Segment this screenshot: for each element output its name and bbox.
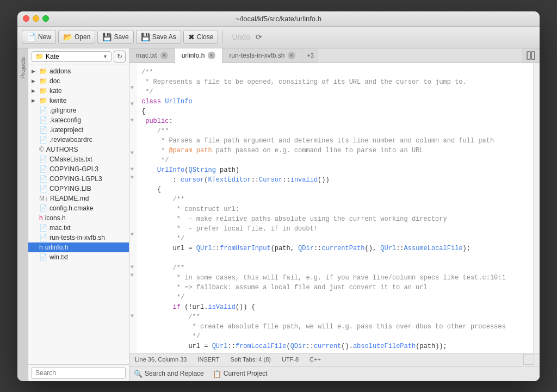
project-icon: 📋 bbox=[213, 370, 221, 378]
tab-label: mac.txt bbox=[136, 52, 157, 59]
search-replace-item[interactable]: 🔍 Search and Replace bbox=[134, 370, 204, 378]
file-icon: 📄 bbox=[39, 175, 47, 183]
tree-item-doc[interactable]: ▶ 📁 doc bbox=[28, 76, 129, 86]
project-name: Kate bbox=[46, 53, 59, 60]
item-label: AUTHORS bbox=[46, 146, 78, 153]
toggle-icon: ▶ bbox=[32, 108, 39, 113]
save-button[interactable]: 💾 Save bbox=[97, 30, 133, 44]
sidebar-tab[interactable]: Projects bbox=[17, 48, 28, 381]
undo-button[interactable]: Undo bbox=[230, 32, 252, 42]
tree-item-copying-lib[interactable]: ▶ 📄 COPYING.LIB bbox=[28, 184, 129, 194]
close-button[interactable]: ✖ Close bbox=[183, 30, 219, 44]
item-label: .gitignore bbox=[49, 107, 76, 114]
status-bar: Line 36, Column 33 INSERT Soft Tabs: 4 (… bbox=[129, 353, 540, 366]
tree-item-mac-txt[interactable]: ▶ 📄 mac.txt bbox=[28, 223, 129, 233]
tree-item-win-txt[interactable]: ▶ 📄 win.txt bbox=[28, 252, 129, 262]
item-label: icons.h bbox=[45, 214, 66, 222]
save-as-button[interactable]: 💾 Save As bbox=[136, 30, 181, 44]
tab-close-urlinfo-h[interactable]: ✕ bbox=[208, 52, 215, 59]
tree-item-reviewboardrc[interactable]: ▶ 📄 .reviewboardrc bbox=[28, 135, 129, 145]
toggle-icon: ▶ bbox=[32, 196, 39, 201]
save-label: Save bbox=[114, 33, 128, 41]
tree-item-kate[interactable]: ▶ 📁 kate bbox=[28, 86, 129, 96]
tree-item-icons-h[interactable]: ▶ h icons.h bbox=[28, 213, 129, 223]
traffic-lights bbox=[23, 15, 49, 22]
item-label: kate bbox=[49, 87, 62, 95]
search-bar bbox=[28, 364, 129, 381]
minimize-window-button[interactable] bbox=[33, 15, 39, 22]
save-icon: 💾 bbox=[102, 33, 112, 41]
tree-item-addons[interactable]: ▶ 📁 addons bbox=[28, 66, 129, 76]
tree-item-config-cmake[interactable]: ▶ 📄 config.h.cmake bbox=[28, 203, 129, 213]
redo-button[interactable]: ⟳ bbox=[253, 32, 264, 42]
main-area: Projects 📁 Kate ▼ ↻ ▶ 📁 addons bbox=[17, 48, 540, 381]
edit-mode: INSERT bbox=[197, 356, 219, 363]
item-label: doc bbox=[49, 77, 60, 85]
file-icon: M↓ bbox=[39, 195, 48, 202]
refresh-button[interactable]: ↻ bbox=[114, 51, 126, 63]
item-label: COPYING-GPL3 bbox=[49, 165, 98, 173]
projects-tab-label[interactable]: Projects bbox=[18, 53, 27, 83]
open-label: Open bbox=[75, 33, 90, 41]
toggle-icon: ▶ bbox=[32, 225, 39, 231]
item-label: run-tests-in-xvfb.sh bbox=[49, 234, 105, 241]
refresh-icon: ↻ bbox=[117, 53, 122, 60]
folder-icon: 📁 bbox=[35, 53, 44, 60]
file-icon: 📄 bbox=[39, 155, 47, 163]
tabs-more-button[interactable]: +3 bbox=[302, 48, 318, 63]
bottom-bar: 🔍 Search and Replace 📋 Current Project bbox=[129, 366, 540, 381]
item-label: CMakeLists.txt bbox=[49, 155, 92, 163]
close-window-button[interactable] bbox=[23, 15, 29, 22]
file-icon: 📄 bbox=[39, 116, 47, 124]
search-input[interactable] bbox=[32, 367, 126, 379]
tab-run-tests[interactable]: run-tests-in-xvfb.sh ✕ bbox=[222, 48, 302, 63]
item-label: .kateconfig bbox=[49, 116, 81, 124]
tree-item-authors[interactable]: ▶ © AUTHORS bbox=[28, 145, 129, 154]
file-icon: 📄 bbox=[39, 253, 47, 261]
toggle-icon: ▶ bbox=[32, 157, 39, 162]
language: C++ bbox=[310, 356, 321, 363]
toolbar-separator bbox=[222, 30, 223, 43]
current-project-item[interactable]: 📋 Current Project bbox=[213, 370, 268, 378]
new-button[interactable]: 📄 New bbox=[22, 30, 56, 44]
toggle-icon: ▶ bbox=[32, 137, 39, 142]
tree-item-copying-gpl3[interactable]: ▶ 📄 COPYING-GPL3 bbox=[28, 164, 129, 174]
file-icon: 📄 bbox=[39, 185, 47, 192]
maximize-window-button[interactable] bbox=[42, 15, 49, 22]
tab-mac-txt[interactable]: mac.txt ✕ bbox=[129, 48, 175, 63]
toggle-icon: ▶ bbox=[32, 98, 39, 103]
tab-close-mac-txt[interactable]: ✕ bbox=[160, 52, 168, 59]
toggle-icon: ▶ bbox=[32, 254, 39, 260]
tree-item-urlinfo-h[interactable]: ▶ h urlinfo.h bbox=[28, 242, 129, 252]
item-label: COPYING-LGPL3 bbox=[49, 175, 102, 183]
code-content[interactable]: /** * Represents a file to be opened, co… bbox=[137, 63, 533, 353]
split-icon bbox=[527, 51, 535, 60]
project-selector[interactable]: 📁 Kate ▼ bbox=[32, 51, 112, 62]
folder-icon: 📁 bbox=[39, 87, 47, 95]
item-label: COPYING.LIB bbox=[49, 185, 91, 192]
folder-icon: 📁 bbox=[39, 77, 47, 85]
vertical-scrollbar[interactable] bbox=[533, 63, 540, 353]
tree-item-kwrite[interactable]: ▶ 📁 kwrite bbox=[28, 96, 129, 105]
item-label: mac.txt bbox=[49, 224, 71, 232]
tab-close-run-tests[interactable]: ✕ bbox=[288, 52, 295, 59]
new-label: New bbox=[38, 33, 51, 41]
tree-item-kateproject[interactable]: ▶ 📄 .kateproject bbox=[28, 125, 129, 135]
tree-item-cmakelists[interactable]: ▶ 📄 CMakeLists.txt bbox=[28, 154, 129, 164]
item-label: .reviewboardrc bbox=[49, 136, 92, 144]
tree-item-readme[interactable]: ▶ M↓ README.md bbox=[28, 194, 129, 203]
tree-item-copying-lgpl3[interactable]: ▶ 📄 COPYING-LGPL3 bbox=[28, 174, 129, 184]
svg-rect-1 bbox=[531, 52, 535, 59]
tree-item-run-tests[interactable]: ▶ 📄 run-tests-in-xvfb.sh bbox=[28, 233, 129, 242]
toggle-icon: ▶ bbox=[32, 127, 39, 133]
toolbar: 📄 New 📂 Open 💾 Save 💾 Save As ✖ Close Un… bbox=[17, 27, 540, 48]
open-button[interactable]: 📂 Open bbox=[58, 30, 95, 44]
tree-item-gitignore[interactable]: ▶ 📄 .gitignore bbox=[28, 105, 129, 115]
item-label: kwrite bbox=[49, 97, 66, 104]
search-replace-label: Search and Replace bbox=[145, 370, 204, 377]
tree-item-kateconfig[interactable]: ▶ 📄 .kateconfig bbox=[28, 115, 129, 125]
split-view-button[interactable] bbox=[522, 48, 540, 63]
file-icon: 📄 bbox=[39, 234, 47, 241]
tab-urlinfo-h[interactable]: urlinfo.h ✕ bbox=[175, 48, 223, 63]
code-editor[interactable]: ▼ ▼ ▼ ▼ ▼ ▼ bbox=[129, 63, 540, 353]
